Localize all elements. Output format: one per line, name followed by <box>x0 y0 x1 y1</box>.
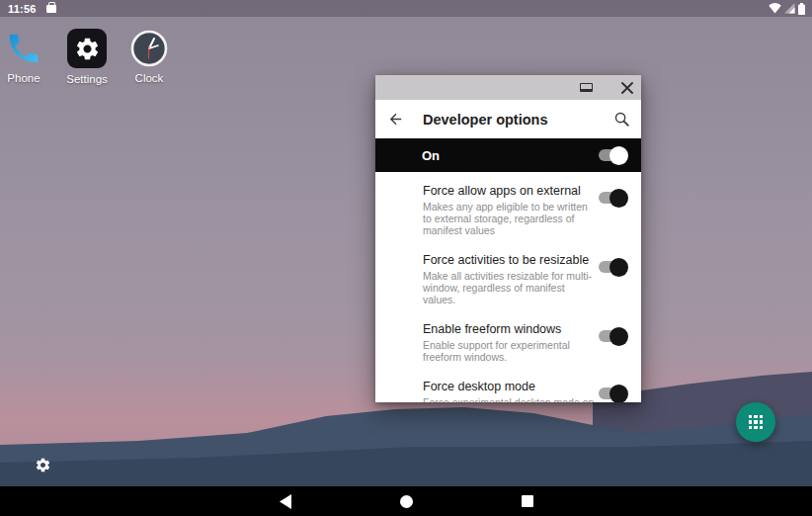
developer-options-master-row[interactable]: On <box>375 138 641 172</box>
toggle-force-resizable[interactable] <box>599 261 626 273</box>
toggle-freeform-windows[interactable] <box>599 330 626 342</box>
setting-title: Force desktop mode <box>423 380 599 393</box>
android-desktop-screen: 11:56 Phone <box>0 0 812 516</box>
cell-signal-icon <box>784 3 795 14</box>
back-triangle-icon <box>278 493 292 510</box>
arrow-left-icon <box>387 111 404 128</box>
work-profile-icon <box>46 5 56 13</box>
developer-options-window: Developer options On Force allow apps on… <box>375 75 641 402</box>
wifi-icon <box>769 3 781 14</box>
setting-description: Force experimental desktop mode on secon… <box>423 396 599 402</box>
setting-row-force-allow-apps-external[interactable]: Force allow apps on external Makes any a… <box>375 176 641 245</box>
window-titlebar[interactable] <box>375 75 641 100</box>
gear-icon[interactable] <box>35 457 51 473</box>
maximize-button[interactable] <box>573 75 599 100</box>
app-drawer-fab[interactable] <box>736 402 775 442</box>
search-button[interactable] <box>602 100 641 138</box>
page-title: Developer options <box>423 112 548 128</box>
toggle-force-allow-apps-external[interactable] <box>599 192 626 204</box>
settings-list: Force allow apps on external Makes any a… <box>375 172 641 402</box>
app-shortcut-phone[interactable]: Phone <box>0 30 55 84</box>
app-toolbar: Developer options <box>375 100 641 138</box>
master-switch-label: On <box>422 148 440 163</box>
nav-back-button[interactable] <box>250 486 319 516</box>
clock-time: 11:56 <box>8 3 37 15</box>
toggle-force-desktop-mode[interactable] <box>599 387 626 399</box>
status-icons <box>769 3 805 15</box>
recents-square-icon <box>522 495 533 507</box>
setting-row-freeform-windows[interactable]: Enable freeform windows Enable support f… <box>375 314 641 372</box>
setting-title: Force activities to be resizable <box>423 253 599 267</box>
nav-home-button[interactable] <box>371 486 441 516</box>
status-bar: 11:56 <box>0 0 812 17</box>
app-label: Clock <box>135 72 164 84</box>
setting-title: Force allow apps on external <box>423 184 599 198</box>
maximize-icon <box>580 83 593 92</box>
master-toggle[interactable] <box>599 149 626 161</box>
navigation-bar <box>0 486 812 516</box>
setting-description: Enable support for experimental freeform… <box>423 339 599 363</box>
setting-description: Make all activities resizable for multi-… <box>423 270 599 305</box>
nav-recents-button[interactable] <box>493 486 562 516</box>
gear-icon <box>74 36 101 62</box>
app-label: Settings <box>66 73 108 85</box>
home-circle-icon <box>400 495 413 508</box>
settings-app-tile <box>67 29 107 68</box>
analog-clock-icon <box>130 30 168 67</box>
setting-title: Enable freeform windows <box>423 322 599 336</box>
setting-description: Makes any app eligible to be written to … <box>423 201 599 236</box>
setting-row-force-desktop-mode[interactable]: Force desktop mode Force experimental de… <box>375 372 641 402</box>
app-shortcut-clock[interactable]: Clock <box>118 30 181 84</box>
close-button[interactable] <box>614 75 640 100</box>
phone-icon <box>5 30 42 67</box>
magnifier-icon <box>613 111 630 128</box>
setting-row-force-resizable[interactable]: Force activities to be resizable Make al… <box>375 245 641 314</box>
back-button[interactable] <box>375 100 415 138</box>
battery-icon <box>798 3 805 15</box>
close-icon <box>621 82 633 94</box>
apps-grid-icon <box>749 415 763 429</box>
app-shortcut-settings[interactable]: Settings <box>55 29 119 85</box>
app-label: Phone <box>7 72 40 84</box>
